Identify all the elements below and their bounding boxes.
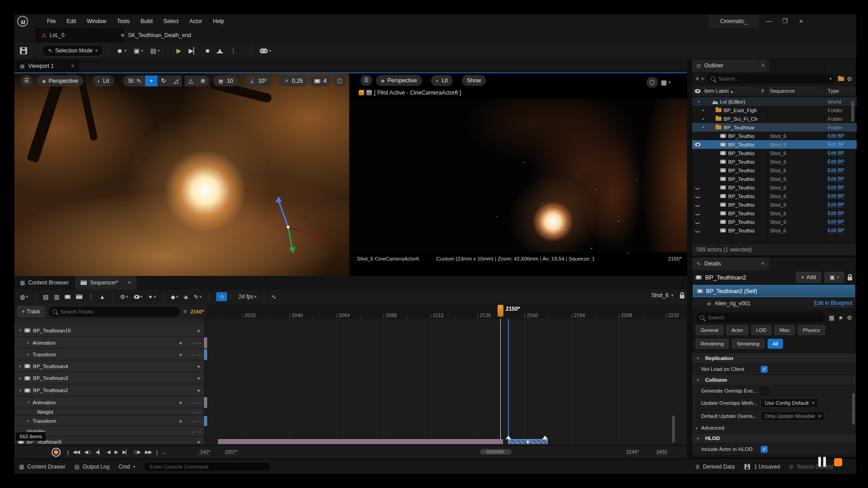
- filter-chip-lod[interactable]: LOD: [751, 325, 772, 335]
- details-scrollbar[interactable]: [852, 393, 855, 425]
- eye-hidden-icon[interactable]: [695, 203, 700, 207]
- edit-bp-link[interactable]: Edit BP: [828, 133, 844, 139]
- viewport-right[interactable]: ☰ ◈ Perspective ◐ Lit Show ▢ ▦ ▾ [ Pilot…: [351, 73, 687, 276]
- curve-editor-icon[interactable]: ∿: [269, 294, 279, 300]
- track-transform[interactable]: ▸Transform+←◦→: [14, 349, 204, 360]
- add-section-button[interactable]: +: [197, 327, 200, 334]
- details-search[interactable]: [696, 313, 825, 322]
- edit-bp-link[interactable]: Edit BP: [828, 202, 844, 208]
- record-button[interactable]: [52, 448, 61, 457]
- section-replication[interactable]: ▾Replication: [692, 353, 856, 364]
- maximize-viewport-icon[interactable]: ▢: [334, 76, 346, 86]
- clip-trim-handle-left[interactable]: [506, 436, 511, 439]
- tab-outliner[interactable]: ⊟ Outliner ×: [692, 59, 769, 72]
- keyframe-nav-buttons[interactable]: ←◦→: [191, 400, 202, 405]
- range-end-field[interactable]: 3492: [656, 449, 667, 455]
- expander-icon[interactable]: ▾: [18, 328, 23, 332]
- scale-tool[interactable]: ◿: [170, 76, 182, 86]
- eye-hidden-icon[interactable]: [695, 229, 700, 232]
- outliner-search[interactable]: ▾: [707, 74, 836, 84]
- set-range-end-button[interactable]: ]: [154, 450, 160, 455]
- viewport-options-icon[interactable]: ☰: [21, 76, 33, 86]
- search-options-icon[interactable]: ▾: [830, 76, 832, 81]
- add-section-button[interactable]: +: [179, 399, 182, 406]
- tab-viewport-1[interactable]: ▦ Viewport 1 ×: [15, 60, 79, 72]
- outliner-row[interactable]: ▸BP_East_FighFolder: [692, 106, 857, 114]
- tab-skeletal-mesh[interactable]: ❖ SK_Teuthisan_Death_end: [114, 28, 197, 43]
- prev-keyframe-button[interactable]: ◀◇: [82, 449, 93, 455]
- filter-chip-actor[interactable]: Actor: [726, 325, 748, 335]
- track-animation[interactable]: ▸Animation+←◦→: [14, 337, 204, 348]
- filter-icon[interactable]: ≡: [696, 76, 699, 82]
- auto-key-icon[interactable]: ◈: [181, 294, 191, 300]
- add-section-button[interactable]: +: [179, 351, 182, 358]
- outliner-row[interactable]: ▾BP_TeuthisarFolder: [692, 123, 857, 132]
- output-log-button[interactable]: ▤ Output Log: [74, 464, 109, 470]
- restore-button[interactable]: ❐: [779, 14, 791, 28]
- filter-chip-general[interactable]: General: [696, 325, 723, 335]
- update-overlaps-dropdown[interactable]: Use Config Default▾: [761, 398, 818, 408]
- edit-bp-link[interactable]: Edit BP: [828, 227, 844, 233]
- outliner-row[interactable]: BP_TeuthisShot_6Edit BP: [692, 209, 857, 218]
- menu-file[interactable]: File: [42, 18, 61, 24]
- outliner-row[interactable]: BP_TeuthisShot_6Edit BP: [692, 192, 857, 200]
- close-icon[interactable]: ×: [761, 62, 764, 69]
- expander-icon[interactable]: ▸: [26, 352, 31, 356]
- keyframe-diamond-icon[interactable]: ◆▾: [168, 294, 181, 300]
- lock-details-icon[interactable]: [848, 277, 852, 280]
- play-options-button[interactable]: ⋮: [227, 47, 240, 54]
- create-asset-icon[interactable]: ▤: [40, 294, 51, 300]
- add-section-button[interactable]: +: [179, 339, 182, 346]
- render-movie-icon[interactable]: [73, 294, 85, 299]
- settings-wrench-icon[interactable]: ⚙▾: [117, 294, 131, 300]
- layout-overlay-dropdown[interactable]: ▦ ▾: [661, 79, 671, 86]
- filter-chip-rendering[interactable]: Rendering: [696, 339, 729, 349]
- minimize-button[interactable]: —: [763, 14, 775, 28]
- next-keyframe-button[interactable]: ◇▶: [132, 449, 143, 455]
- edit-bp-link[interactable]: Edit BP: [828, 150, 844, 156]
- eject-button[interactable]: ▲: [213, 48, 227, 53]
- menu-edit[interactable]: Edit: [61, 18, 81, 24]
- menu-help[interactable]: Help: [208, 18, 230, 24]
- cmd-dropdown[interactable]: Cmd▾: [119, 464, 135, 470]
- eye-hidden-icon[interactable]: [695, 220, 700, 224]
- edit-in-blueprint-link[interactable]: Edit in Blueprint: [814, 300, 852, 307]
- track-bp_teuthisan3[interactable]: ▸BP_Teuthisan3+: [14, 373, 204, 384]
- edit-bp-link[interactable]: Edit BP: [828, 159, 844, 165]
- cinematics-dropdown[interactable]: ▤▾: [147, 47, 163, 54]
- close-icon[interactable]: ×: [71, 63, 74, 69]
- derived-data-button[interactable]: ≣ Derived Data: [695, 464, 735, 470]
- range-start-field[interactable]: -240*: [199, 449, 210, 455]
- outliner-row[interactable]: BP_TeuthisShot_6Edit BP: [692, 140, 857, 149]
- visibility-column-icon[interactable]: [695, 89, 701, 93]
- filter-icon[interactable]: ≡: [183, 308, 187, 315]
- expander-icon[interactable]: ▸: [701, 117, 706, 121]
- component-row-self[interactable]: BP_Teuthisan2 (Self): [693, 285, 855, 297]
- outliner-row[interactable]: BP_TeuthisShot_6Edit BP: [692, 183, 857, 192]
- jump-to-start-button[interactable]: ◀◀: [71, 449, 82, 455]
- perspective-dropdown[interactable]: ◈ Perspective: [37, 76, 83, 86]
- advanced-expander[interactable]: ▸Advanced: [692, 423, 856, 433]
- expander-icon[interactable]: ▸: [26, 341, 31, 345]
- section-collision[interactable]: ▾Collision: [692, 375, 856, 385]
- add-component-button[interactable]: +Add: [796, 272, 821, 283]
- camera-speed-control[interactable]: ↗ 0,25: [279, 76, 308, 86]
- step-back-button[interactable]: ◀▏: [93, 449, 104, 455]
- console-input[interactable]: [144, 463, 270, 471]
- playhead-line[interactable]: [500, 319, 501, 444]
- work-range-in-field[interactable]: 2007*: [225, 449, 238, 455]
- blueprints-dropdown[interactable]: ▣▾: [130, 47, 147, 54]
- menu-select[interactable]: Select: [158, 18, 184, 24]
- snap-magnet-icon[interactable]: ∩⋮: [213, 292, 236, 301]
- outliner-row[interactable]: BP_TeuthisShot_6Edit BP: [692, 157, 857, 166]
- play-button[interactable]: ▶: [173, 47, 185, 54]
- jump-to-end-button[interactable]: ▶▶: [143, 449, 154, 455]
- tab-content-browser[interactable]: ▦ Content Browser: [14, 276, 74, 289]
- view-options-eye-icon[interactable]: ▾: [131, 294, 146, 299]
- edit-bp-link[interactable]: Edit BP: [828, 219, 844, 225]
- details-search-input[interactable]: [707, 314, 821, 321]
- blueprint-dropdown[interactable]: ▣▾: [825, 272, 844, 283]
- outliner-row[interactable]: BP_TeuthisShot_6Edit BP: [692, 218, 857, 226]
- viewport-options-icon[interactable]: ☰: [360, 75, 372, 86]
- maximize-viewport-icon[interactable]: ▢: [646, 77, 658, 88]
